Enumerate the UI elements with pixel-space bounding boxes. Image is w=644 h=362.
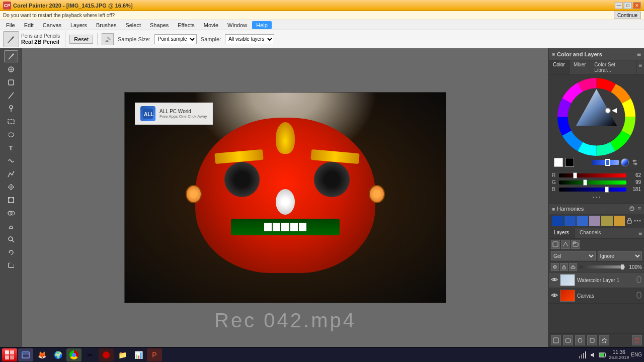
- layer-visibility-icon[interactable]: [551, 263, 559, 271]
- colorwheel-container[interactable]: [557, 78, 635, 156]
- tab-color[interactable]: Color: [549, 60, 570, 74]
- add-layer-button[interactable]: [551, 335, 561, 345]
- menu-edit[interactable]: Edit: [20, 21, 38, 29]
- pen-tool[interactable]: [4, 168, 18, 180]
- brush-selector[interactable]: Pens and Pencils Real 2B Pencil: [3, 31, 65, 47]
- eyedropper-tool-button[interactable]: [4, 63, 18, 75]
- menu-layers[interactable]: Layers: [66, 21, 91, 29]
- crop-tool[interactable]: [4, 259, 18, 272]
- menu-movie[interactable]: Movie: [200, 21, 222, 29]
- rotate-tool[interactable]: [4, 246, 18, 258]
- taskbar-chart[interactable]: 📊: [131, 348, 146, 361]
- taskbar-browser[interactable]: 🌍: [50, 348, 65, 361]
- layer-chain-canvas[interactable]: [636, 292, 642, 300]
- image-canvas[interactable]: ALL ALL PC World Free Apps One Click Awa…: [124, 92, 446, 303]
- dodge-tool[interactable]: [4, 220, 18, 232]
- lock-icon[interactable]: [626, 217, 633, 224]
- brush-tool-button[interactable]: [4, 50, 18, 62]
- new-layer-button[interactable]: [551, 240, 560, 249]
- menu-canvas[interactable]: Canvas: [39, 21, 65, 29]
- channels-button[interactable]: [587, 335, 597, 345]
- harmonies-menu-icon[interactable]: ≡: [637, 205, 641, 212]
- taskbar-scissors[interactable]: ✂: [83, 348, 98, 361]
- swap-colors-icon[interactable]: [631, 158, 639, 166]
- lasso-tool[interactable]: [4, 129, 18, 141]
- taskbar-audio-icon[interactable]: [589, 351, 597, 359]
- tab-layers[interactable]: Layers: [549, 228, 575, 238]
- magnifier-tool[interactable]: [4, 233, 18, 245]
- menu-file[interactable]: File: [2, 21, 19, 29]
- harmony-swatch-1[interactable]: [552, 216, 564, 226]
- white-swatch[interactable]: [554, 158, 563, 167]
- taskbar-folder[interactable]: 📁: [115, 348, 130, 361]
- harmony-swatch-2[interactable]: [565, 216, 576, 226]
- panel-menu-icon[interactable]: ≡: [637, 50, 641, 58]
- transform-tool[interactable]: [4, 194, 18, 206]
- menu-help[interactable]: Help: [252, 21, 272, 29]
- delete-layer-button[interactable]: [632, 335, 642, 345]
- eyedropper-button[interactable]: [102, 33, 114, 45]
- r-thumb[interactable]: [573, 172, 577, 178]
- window-controls[interactable]: — □ ✕: [615, 2, 641, 9]
- taskbar-firefox[interactable]: 🦊: [34, 348, 49, 361]
- b-thumb[interactable]: [605, 187, 609, 193]
- effects-button[interactable]: [599, 335, 609, 345]
- sample-size-select[interactable]: Point sample: [154, 34, 197, 44]
- harmony-swatch-5[interactable]: [601, 216, 613, 226]
- group-layer-button[interactable]: [571, 240, 580, 249]
- lock-transparency-icon[interactable]: [560, 263, 568, 271]
- layer-row-canvas[interactable]: Canvas: [549, 288, 644, 304]
- taskbar-record[interactable]: [99, 348, 114, 361]
- taskbar-chrome[interactable]: [66, 348, 82, 361]
- color-panel-menu[interactable]: ≡: [636, 60, 644, 74]
- layer-row-watercolor[interactable]: Watercolor Layer 1: [549, 273, 644, 288]
- mask-button[interactable]: [575, 335, 585, 345]
- move-tool[interactable]: [4, 181, 18, 193]
- eraser-tool[interactable]: [4, 89, 18, 102]
- b-track[interactable]: [559, 188, 626, 192]
- sample-select[interactable]: All visible layers: [225, 34, 274, 44]
- harmony-tool-icon[interactable]: [628, 205, 635, 212]
- g-track[interactable]: [559, 180, 626, 185]
- composite-method-select[interactable]: Gel: [551, 251, 596, 260]
- harmony-swatch-6[interactable]: [614, 216, 625, 226]
- g-thumb[interactable]: [583, 179, 587, 186]
- taskbar-clock[interactable]: 11:36 26.8.2019: [609, 349, 629, 360]
- clone-tool[interactable]: [4, 207, 18, 219]
- menu-select[interactable]: Select: [121, 21, 145, 29]
- more-options-dots[interactable]: • • •: [552, 194, 641, 201]
- layer-eye-canvas[interactable]: [551, 292, 558, 299]
- taskbar-battery-icon[interactable]: [599, 351, 607, 359]
- start-button[interactable]: [2, 348, 17, 361]
- taskbar-network-icon[interactable]: [579, 351, 587, 359]
- paint-bucket-tool[interactable]: [4, 76, 18, 88]
- r-track[interactable]: [559, 173, 626, 177]
- tab-channels[interactable]: Channels: [575, 228, 606, 238]
- text-tool[interactable]: T: [4, 142, 18, 154]
- black-swatch[interactable]: [565, 158, 574, 167]
- rectangle-select-tool[interactable]: [4, 116, 18, 128]
- close-button[interactable]: ✕: [633, 2, 641, 9]
- blend-tool[interactable]: [4, 155, 18, 167]
- taskbar-presentation[interactable]: P: [147, 348, 162, 361]
- canvas-area[interactable]: ALL ALL PC World Free Apps One Click Awa…: [22, 48, 548, 347]
- continue-button[interactable]: Continue: [614, 12, 641, 19]
- tab-mixer[interactable]: Mixer: [570, 60, 590, 74]
- hue-thumb[interactable]: [605, 159, 610, 166]
- harmony-swatch-4[interactable]: [589, 216, 601, 226]
- menu-shapes[interactable]: Shapes: [146, 21, 173, 29]
- more-icon[interactable]: [634, 217, 641, 224]
- tab-colorset[interactable]: Color Set Librar...: [590, 60, 636, 74]
- opacity-thumb[interactable]: [621, 264, 624, 269]
- hue-slider[interactable]: [592, 160, 619, 165]
- reset-button[interactable]: Reset: [69, 35, 93, 44]
- preserve-transparency-select[interactable]: Ignore: [598, 251, 642, 260]
- opacity-slider[interactable]: [579, 265, 625, 268]
- layer-eye-watercolor[interactable]: [551, 277, 558, 284]
- minimize-button[interactable]: —: [615, 2, 623, 9]
- smudge-tool[interactable]: [4, 103, 18, 115]
- layer-chain-watercolor[interactable]: [636, 276, 642, 285]
- maximize-button[interactable]: □: [624, 2, 632, 9]
- menu-effects[interactable]: Effects: [174, 21, 198, 29]
- harmony-swatch-3[interactable]: [577, 216, 588, 226]
